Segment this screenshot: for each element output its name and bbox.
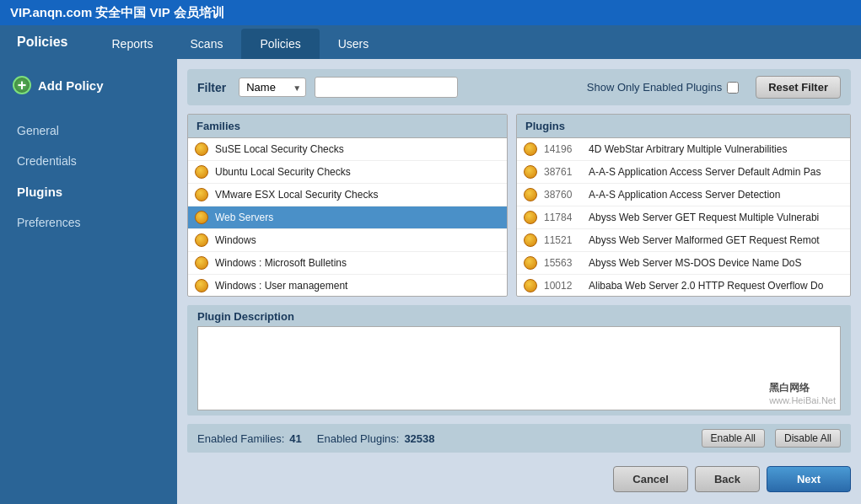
plugin-label: Abyss Web Server GET Request Multiple Vu… <box>589 212 819 223</box>
plugins-header: Plugins <box>517 115 850 138</box>
status-dot <box>524 211 537 224</box>
tab-scans[interactable]: Scans <box>172 29 242 59</box>
plugin-item-14196[interactable]: 14196 4D WebStar Arbitrary Multiple Vuln… <box>517 138 850 161</box>
show-enabled-label: Show Only Enabled Plugins <box>587 81 722 94</box>
family-item-ms-bulletins[interactable]: Windows : Microsoft Bulletins <box>188 252 507 275</box>
action-row: Cancel Back Next <box>187 461 851 494</box>
plugin-label: A-A-S Application Access Server Default … <box>589 166 821 178</box>
family-label: Windows : Microsoft Bulletins <box>215 257 347 269</box>
plugin-id: 14196 <box>544 143 582 155</box>
footer-stats: Enabled Families: 41 Enabled Plugins: 32… <box>187 424 851 453</box>
family-item-suse[interactable]: SuSE Local Security Checks <box>188 138 507 161</box>
family-label: Web Servers <box>215 212 273 223</box>
sidebar-item-credentials[interactable]: Credentials <box>0 146 177 176</box>
title-text: VIP.anqn.com 安全中国 VIP 会员培训 <box>10 5 224 21</box>
status-dot <box>195 279 208 292</box>
plugins-list[interactable]: 14196 4D WebStar Arbitrary Multiple Vuln… <box>517 138 850 296</box>
enabled-plugins-count: 32538 <box>404 432 434 445</box>
plugin-id: 38761 <box>544 166 582 178</box>
family-item-user-mgmt[interactable]: Windows : User management <box>188 275 507 296</box>
panels-row: Families SuSE Local Security Checks Ubun… <box>187 114 851 297</box>
enabled-plugins-label: Enabled Plugins: <box>317 432 400 445</box>
plugin-description-content: 黑白网络 www.HeiBai.Net <box>197 326 841 410</box>
filter-select-wrapper[interactable]: Name ID Family <box>239 78 306 97</box>
filter-bar: Filter Name ID Family Show Only Enabled … <box>187 69 851 105</box>
sidebar: + Add Policy General Credentials Plugins… <box>0 59 177 504</box>
family-item-vmware[interactable]: VMware ESX Local Security Checks <box>188 184 507 206</box>
enabled-families-count: 41 <box>289 432 301 445</box>
tab-users[interactable]: Users <box>320 29 388 59</box>
filter-input[interactable] <box>315 77 458 98</box>
enable-all-button[interactable]: Enable All <box>702 429 765 448</box>
family-label: Windows <box>215 234 256 246</box>
status-dot <box>524 233 537 247</box>
family-label: Windows : User management <box>215 280 347 292</box>
watermark-line1: 黑白网络 <box>769 381 836 395</box>
sidebar-item-preferences[interactable]: Preferences <box>0 207 177 238</box>
filter-select[interactable]: Name ID Family <box>239 78 306 97</box>
plugin-id: 11521 <box>544 234 582 246</box>
nav-bar: Policies Reports Scans Policies Users <box>0 25 861 59</box>
plugin-id: 10012 <box>544 280 582 292</box>
plugin-label: Alibaba Web Server 2.0 HTTP Request Over… <box>589 280 823 292</box>
status-dot <box>195 256 208 270</box>
families-list[interactable]: SuSE Local Security Checks Ubuntu Local … <box>188 138 507 296</box>
plugin-label: Abyss Web Server MS-DOS Device Name DoS <box>589 257 802 269</box>
cancel-button[interactable]: Cancel <box>613 466 688 492</box>
content-area: Filter Name ID Family Show Only Enabled … <box>177 59 861 504</box>
family-item-windows[interactable]: Windows <box>188 229 507 252</box>
sidebar-item-plugins[interactable]: Plugins <box>0 176 177 207</box>
next-button[interactable]: Next <box>767 466 851 492</box>
plugin-label: Abyss Web Server Malformed GET Request R… <box>589 234 820 246</box>
status-dot <box>524 165 537 179</box>
plugin-item-11784[interactable]: 11784 Abyss Web Server GET Request Multi… <box>517 206 850 229</box>
app-title: Policies <box>8 28 76 56</box>
tab-policies[interactable]: Policies <box>241 29 319 59</box>
filter-label: Filter <box>197 81 226 94</box>
status-dot <box>524 188 537 201</box>
plugin-item-38761[interactable]: 38761 A-A-S Application Access Server De… <box>517 161 850 184</box>
family-label: VMware ESX Local Security Checks <box>215 189 378 201</box>
status-dot <box>195 165 208 179</box>
status-dot <box>195 233 208 247</box>
status-dot <box>195 188 208 201</box>
disable-all-button[interactable]: Disable All <box>775 429 841 448</box>
sidebar-item-general[interactable]: General <box>0 115 177 146</box>
status-dot <box>524 279 537 292</box>
plugin-id: 38760 <box>544 189 582 201</box>
show-enabled-container: Show Only Enabled Plugins <box>587 81 739 94</box>
plugin-item-11521[interactable]: 11521 Abyss Web Server Malformed GET Req… <box>517 229 850 252</box>
families-panel: Families SuSE Local Security Checks Ubun… <box>187 114 508 297</box>
title-bar: VIP.anqn.com 安全中国 VIP 会员培训 <box>0 0 861 25</box>
add-policy-button[interactable]: + Add Policy <box>0 67 177 103</box>
status-dot <box>195 211 208 224</box>
status-dot <box>195 142 208 156</box>
add-policy-label: Add Policy <box>38 78 104 93</box>
family-label: SuSE Local Security Checks <box>215 143 344 155</box>
plugin-label: A-A-S Application Access Server Detectio… <box>589 189 780 201</box>
plugin-item-38760[interactable]: 38760 A-A-S Application Access Server De… <box>517 184 850 206</box>
plugin-item-10012[interactable]: 10012 Alibaba Web Server 2.0 HTTP Reques… <box>517 275 850 296</box>
back-button[interactable]: Back <box>695 466 760 492</box>
plugin-id: 15563 <box>544 257 582 269</box>
plugins-panel: Plugins 14196 4D WebStar Arbitrary Multi… <box>516 114 851 297</box>
family-item-web-servers[interactable]: Web Servers <box>188 206 507 229</box>
plugin-description-section: Plugin Description 黑白网络 www.HeiBai.Net <box>187 305 851 416</box>
reset-filter-button[interactable]: Reset Filter <box>756 76 841 99</box>
watermark: 黑白网络 www.HeiBai.Net <box>769 381 836 405</box>
tab-reports[interactable]: Reports <box>93 29 171 59</box>
family-label: Ubuntu Local Security Checks <box>215 166 351 178</box>
status-dot <box>524 256 537 270</box>
watermark-line2: www.HeiBai.Net <box>769 395 836 405</box>
plus-icon: + <box>13 76 31 94</box>
main-layout: + Add Policy General Credentials Plugins… <box>0 59 861 504</box>
status-dot <box>524 142 537 156</box>
nav-tabs: Reports Scans Policies Users <box>93 25 387 59</box>
show-enabled-checkbox[interactable] <box>727 82 739 94</box>
plugin-label: 4D WebStar Arbitrary Multiple Vulnerabil… <box>589 143 787 155</box>
families-header: Families <box>188 115 507 138</box>
family-item-ubuntu[interactable]: Ubuntu Local Security Checks <box>188 161 507 184</box>
plugin-id: 11784 <box>544 212 582 223</box>
plugin-item-15563[interactable]: 15563 Abyss Web Server MS-DOS Device Nam… <box>517 252 850 275</box>
plugin-description-header: Plugin Description <box>197 310 841 323</box>
